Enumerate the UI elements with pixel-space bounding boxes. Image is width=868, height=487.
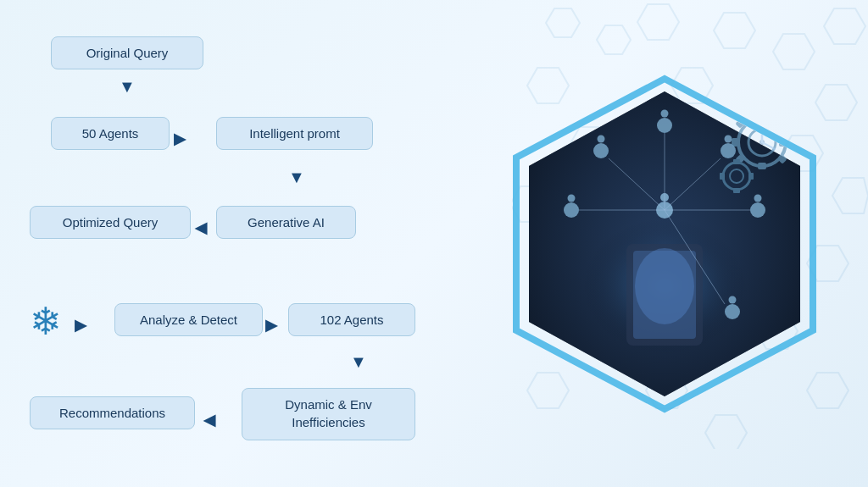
node-generative-ai: Generative AI (216, 206, 356, 239)
arrow-right-to-analyze: ▶ (75, 316, 86, 335)
arrow-down-to-50-agents: ▼ (119, 77, 136, 97)
snowflake-icon: ❄ (30, 299, 62, 344)
svg-rect-59 (777, 119, 787, 128)
svg-point-43 (754, 194, 762, 202)
svg-point-36 (593, 143, 609, 158)
svg-point-41 (568, 194, 576, 202)
svg-point-37 (598, 135, 605, 142)
main-container: Original Query ▼ 50 Agents ▶ Intelligent… (0, 0, 868, 487)
svg-point-35 (661, 109, 669, 117)
svg-point-31 (635, 248, 694, 324)
node-102-agents: 102 Agents (288, 303, 415, 336)
hex-image-svg (508, 75, 821, 413)
svg-rect-65 (733, 188, 740, 193)
svg-point-44 (725, 304, 740, 319)
node-analyze-detect: Analyze & Detect (114, 303, 263, 336)
dynamic-env-text: Dynamic & EnvInefficiencies (285, 396, 372, 431)
svg-point-40 (564, 202, 579, 218)
svg-rect-55 (758, 163, 766, 169)
flow-diagram: Original Query ▼ 50 Agents ▶ Intelligent… (25, 19, 466, 468)
svg-marker-5 (824, 8, 865, 44)
svg-rect-56 (732, 138, 738, 147)
arrow-right-to-intelligent-promt: ▶ (174, 130, 186, 148)
svg-marker-0 (546, 8, 580, 37)
svg-rect-64 (733, 159, 740, 164)
node-intelligent-promt: Intelligent promt (216, 117, 373, 150)
node-50-agents: 50 Agents (51, 117, 170, 150)
svg-rect-67 (748, 173, 754, 180)
arrow-right-to-102-agents: ▶ (265, 316, 277, 335)
hex-image-container (487, 41, 843, 447)
svg-rect-54 (758, 115, 766, 122)
node-dynamic-env: Dynamic & EnvInefficiencies (242, 388, 415, 440)
arrow-left-to-optimized-query: ◀ (195, 219, 207, 237)
arrow-left-to-recommendations: ◀ (203, 411, 215, 429)
node-original-query: Original Query (51, 36, 203, 69)
node-recommendations: Recommendations (30, 396, 195, 429)
svg-rect-66 (720, 173, 725, 180)
node-optimized-query: Optimized Query (30, 206, 191, 239)
arrow-down-to-generative-ai: ▼ (288, 168, 305, 187)
svg-marker-2 (637, 4, 679, 40)
svg-point-42 (750, 202, 765, 218)
svg-point-34 (657, 118, 672, 133)
svg-point-39 (725, 135, 732, 142)
svg-point-45 (729, 296, 737, 303)
arrow-down-to-dynamic-env: ▼ (350, 352, 367, 372)
